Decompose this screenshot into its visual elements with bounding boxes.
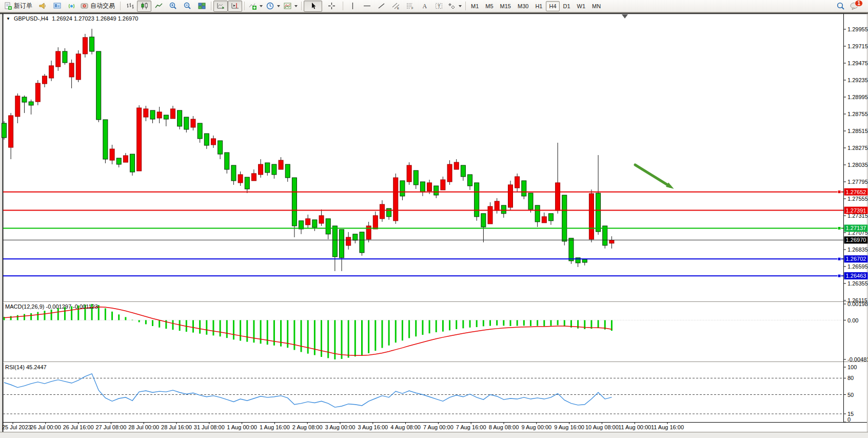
candle-body [312,220,317,227]
zoom-out-button[interactable] [180,1,194,12]
line-anchor-square [838,274,841,277]
zoom-out-icon [183,2,192,10]
candle-body [447,164,452,182]
timeframe-m30[interactable]: M30 [515,1,531,11]
candle-body [501,205,506,214]
candle-body [495,201,499,211]
price-tick-label: 1.29955 [847,26,868,32]
candle-body [96,51,101,120]
candle-body [29,102,33,105]
periods-button[interactable] [264,1,282,12]
chart-profile-icon [53,2,62,10]
time-tick-label: 3 Aug 00:00 [325,424,356,430]
channel-tool-button[interactable]: E [388,1,403,12]
timeframe-m1[interactable]: M1 [468,1,482,11]
chart-canvas[interactable]: 1.299551.297151.294751.292351.289951.287… [0,0,868,438]
zoom-in-button[interactable] [166,1,180,12]
candle-body [231,165,236,181]
candle-body [265,163,270,173]
signal-icon [67,2,76,10]
candle-body [488,206,492,224]
templates-button[interactable] [282,1,299,12]
price-tick-label: 1.29235 [847,77,868,83]
candle-body [542,217,546,223]
indicators-button[interactable] [247,1,264,12]
timeframe-m15[interactable]: M15 [497,1,514,11]
horizontal-line-tool-button[interactable] [360,1,374,12]
rsi-label: RSI(14) 45.2447 [5,364,47,370]
candle-body [204,134,209,145]
time-tick-label: 2 Aug 08:00 [292,424,323,430]
timeframe-mn[interactable]: MN [589,1,604,11]
signals-button[interactable] [64,1,78,12]
time-tick-label: 7 Aug 00:00 [423,424,453,430]
toolbar-separator [465,2,466,10]
candle-body [522,181,526,196]
timeframe-h4[interactable]: H4 [546,1,559,11]
candle-body [427,183,432,191]
profiles-button[interactable] [50,1,64,12]
bar-chart-button[interactable] [123,1,137,12]
text-tool-icon: A [420,2,429,10]
arrows-tool-button[interactable] [446,1,463,12]
fibonacci-tool-button[interactable]: F [403,1,417,12]
notifications-button[interactable]: 1 [850,1,861,11]
candle-body [35,83,40,102]
chart-title: ▼ GBPUSD-,H4 1.26924 1.27023 1.26849 1.2… [6,15,138,22]
shapes-icon [447,2,456,10]
timeframe-m5[interactable]: M5 [482,1,496,11]
toolbar-right-icons: 1 [836,1,866,11]
sound-alert-button[interactable] [35,1,50,12]
candle-body [596,193,601,232]
auto-scroll-button[interactable] [213,1,228,12]
candle-body [589,194,594,239]
horn-icon [38,2,47,10]
crosshair-tool-button[interactable] [322,1,341,12]
candle-body [562,195,567,241]
candlestick-icon [140,2,149,10]
price-tick-label: 1.26355 [847,280,868,287]
new-order-button[interactable]: 新订单 [2,1,35,12]
cursor-tool-button[interactable] [304,1,322,12]
candle-body [420,182,425,192]
price-tick-label: 1.28515 [847,128,868,134]
time-tick-label: 11 Aug 00:00 [618,424,651,430]
candle-body [400,181,405,196]
line-chart-button[interactable] [151,1,166,12]
timeframe-h1[interactable]: H1 [532,1,545,11]
chart-window-background [3,13,868,432]
rsi-tick-label: 0 [847,416,851,423]
search-icon[interactable] [836,2,845,11]
timeframe-w1[interactable]: W1 [574,1,589,11]
auto-scroll-icon [216,2,225,10]
cursor-icon [309,2,318,10]
tile-windows-button[interactable] [194,1,209,12]
collapse-icon[interactable]: ▼ [6,16,10,21]
trendline-tool-button[interactable] [374,1,388,12]
candle-body [49,66,54,78]
toolbar-separator [301,2,302,10]
candle-body [245,177,249,189]
vertical-line-tool-button[interactable] [345,1,360,12]
rsi-tick-label: 50 [847,392,854,398]
timeframe-d1[interactable]: D1 [560,1,574,11]
candlestick-chart-button[interactable] [137,1,151,12]
candle-body [171,109,175,119]
chart-shift-button[interactable] [228,1,242,12]
candle-body [56,51,61,67]
candle-body [434,186,439,195]
time-tick-label: 11 Aug 16:00 [651,424,684,430]
candle-body [508,185,513,207]
price-tick-label: 1.28035 [847,162,868,168]
time-tick-label: 27 Jul 08:00 [95,424,126,430]
chart-shift-icon [231,2,240,10]
candle-body [9,116,13,147]
candle-body [326,219,330,234]
text-tool-button[interactable]: A [417,1,431,12]
indicators-icon [248,2,257,10]
candle-body [22,97,27,102]
line-anchor-square [838,226,841,230]
candle-body [83,37,87,54]
text-label-tool-button[interactable]: T [431,1,446,12]
autotrading-button[interactable]: 自动交易 [78,1,118,12]
